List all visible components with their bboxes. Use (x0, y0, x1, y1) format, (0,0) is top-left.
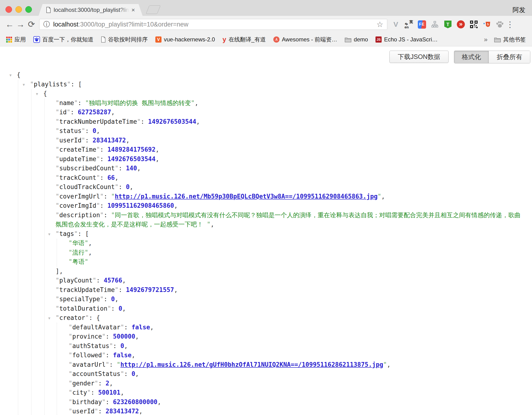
json-row: "subscribedCount": 140, (0, 164, 532, 173)
bookmark-baidu[interactable]: 百度一下，你就知道 (33, 36, 93, 43)
json-row: "gender": 2, (0, 379, 532, 388)
address-bar[interactable]: ⓘ localhost:3000/top_playlist?limit=10&o… (39, 19, 387, 30)
collapse-triangle-icon[interactable]: ▼ (48, 230, 50, 239)
folder-icon (345, 37, 351, 42)
close-window-button[interactable] (5, 6, 12, 13)
extension-shield-t[interactable]: T (443, 20, 453, 29)
extension-sitemap[interactable] (430, 20, 439, 29)
bookmark-star-icon[interactable]: ☆ (376, 20, 383, 29)
page-icon (46, 7, 51, 13)
bookmark-apps[interactable]: 应用 (6, 36, 26, 43)
page-icon (101, 37, 106, 43)
tab-title-fade (120, 7, 129, 13)
bookmark-youdao[interactable]: y在线翻译_有道 (222, 36, 266, 43)
collapse-all-button[interactable]: 折叠所有 (489, 51, 530, 63)
bookmark-label: 应用 (14, 36, 26, 43)
json-row: "cloudTrackCount": 0, (0, 183, 532, 192)
minimize-window-button[interactable] (15, 6, 22, 13)
json-row: "accountStatus": 0, (0, 369, 532, 379)
page-info-icon[interactable]: ⓘ (43, 20, 50, 29)
json-row: "userId": 283413472, (0, 136, 532, 145)
json-row: "birthday": 623260800000, (0, 397, 532, 407)
json-link[interactable]: http://p1.music.126.net/Mb59p30BpEQLcBQe… (115, 193, 377, 200)
browser-tab[interactable]: localhost:3000/top_playlist?limit=10&ord… (38, 4, 142, 16)
collapse-triangle-icon[interactable]: ▼ (36, 89, 38, 99)
fast-forward-icon: » (457, 20, 465, 29)
url-host: localhost (53, 21, 78, 28)
baidu-paw-icon (33, 36, 40, 43)
json-row: "avatarUrl": "http://p1.music.126.net/gU… (0, 360, 532, 370)
bookmark-awesomes[interactable]: AAwesomes - 前端资… (273, 36, 337, 43)
back-icon[interactable]: ← (4, 19, 15, 29)
json-row: "id": 627258287, (0, 108, 532, 117)
indent-guide (44, 98, 45, 415)
json-row: "name": "独唱与对唱的切换 氛围与情感的转变", (0, 98, 532, 108)
extensions-row: V英en⇄FET»5 (391, 20, 504, 29)
extension-translate[interactable]: 英en⇄ (404, 20, 414, 29)
collapse-triangle-icon[interactable]: ▼ (23, 80, 25, 90)
json-link[interactable]: http://p1.music.126.net/gUfH0bhzOfAl71NU… (120, 361, 383, 368)
url-text[interactable]: localhost:3000/top_playlist?limit=10&ord… (53, 21, 376, 28)
youdao-icon: y (222, 37, 226, 43)
format-button[interactable]: 格式化 (454, 51, 489, 63)
collapse-triangle-icon[interactable]: ▼ (10, 71, 12, 80)
extension-vue-devtools[interactable]: V (391, 20, 400, 29)
tab-close-icon[interactable]: × (132, 7, 135, 13)
json-row: "华语", (0, 239, 532, 248)
extension-qrcode[interactable] (469, 20, 479, 29)
json-row: ▼"tags": [ (0, 229, 532, 239)
json-row: ], (0, 267, 532, 276)
zoom-window-button[interactable] (25, 6, 32, 13)
bookmarks-overflow-icon[interactable]: » (484, 36, 488, 43)
bookmark-echojs[interactable]: JSEcho JS - JavaScri… (375, 36, 438, 43)
json-row: "coverImgId": 109951162908465860, (0, 201, 532, 211)
json-row: "status": 0, (0, 126, 532, 136)
extension-html5-player[interactable]: 5 (482, 20, 492, 29)
json-row: "updateTime": 1492676503544, (0, 154, 532, 164)
json-row: "粤语" (0, 257, 532, 267)
vue-icon: V (155, 37, 162, 43)
json-viewer-page: 下载JSON数据 格式化 折叠所有 ▼{▼"playlists": [▼{"na… (0, 47, 532, 415)
vue-devtools-icon: V (393, 20, 398, 29)
extension-fehelper[interactable]: FE (417, 20, 427, 29)
indent-guide (57, 323, 57, 415)
json-row: "followed": false, (0, 351, 532, 360)
bookmark-vue-hn[interactable]: Vvue-hackernews-2.0 (155, 36, 215, 43)
bookmark-demo[interactable]: demo (345, 36, 368, 43)
json-row: "playCount": 45766, (0, 276, 532, 285)
json-row: ▼"creator": { (0, 313, 532, 323)
indent-guide (18, 80, 18, 415)
json-row: "defaultAvatar": false, (0, 323, 532, 332)
json-row: "trackNumberUpdateTime": 1492676503544, (0, 117, 532, 126)
download-json-button[interactable]: 下载JSON数据 (390, 51, 448, 63)
profile-name[interactable]: 阿发 (513, 6, 525, 14)
paw-icon (496, 20, 504, 28)
browser-toolbar: ← → ⟳ ⓘ localhost:3000/top_playlist?limi… (0, 16, 532, 33)
json-row: "totalDuration": 0, (0, 304, 532, 313)
other-bookmarks[interactable]: 其他书签 (494, 36, 526, 43)
extension-fast-forward[interactable]: » (456, 20, 466, 29)
bookmark-label: Awesomes - 前端资… (282, 36, 337, 43)
indent-guide (31, 89, 31, 415)
translate-icon: 英en⇄ (405, 20, 413, 29)
json-row: "city": 500101, (0, 388, 532, 397)
sitemap-icon (431, 20, 439, 28)
apps-grid-icon (6, 37, 12, 43)
echojs-icon: JS (375, 37, 382, 43)
collapse-triangle-icon[interactable]: ▼ (48, 314, 50, 323)
forward-icon[interactable]: → (15, 19, 26, 29)
bookmark-label: 谷歌按时间排序 (108, 36, 148, 43)
json-row: "province": 500000, (0, 332, 532, 341)
browser-menu-icon[interactable]: ⋮ (506, 20, 513, 29)
bookmark-label: demo (354, 36, 368, 43)
bookmark-google-sort[interactable]: 谷歌按时间排序 (101, 36, 148, 43)
bookmark-label: 其他书签 (503, 36, 526, 43)
extension-paw[interactable] (495, 20, 504, 29)
reload-icon[interactable]: ⟳ (26, 19, 37, 29)
new-tab-button[interactable] (146, 5, 161, 14)
folder-icon (494, 37, 501, 42)
json-row: "createTime": 1489284175692, (0, 145, 532, 154)
tab-title: localhost:3000/top_playlist?limit=10&ord… (54, 7, 129, 13)
shield-t-icon: T (444, 20, 452, 29)
json-row: "trackUpdateTime": 1492679721557, (0, 285, 532, 295)
